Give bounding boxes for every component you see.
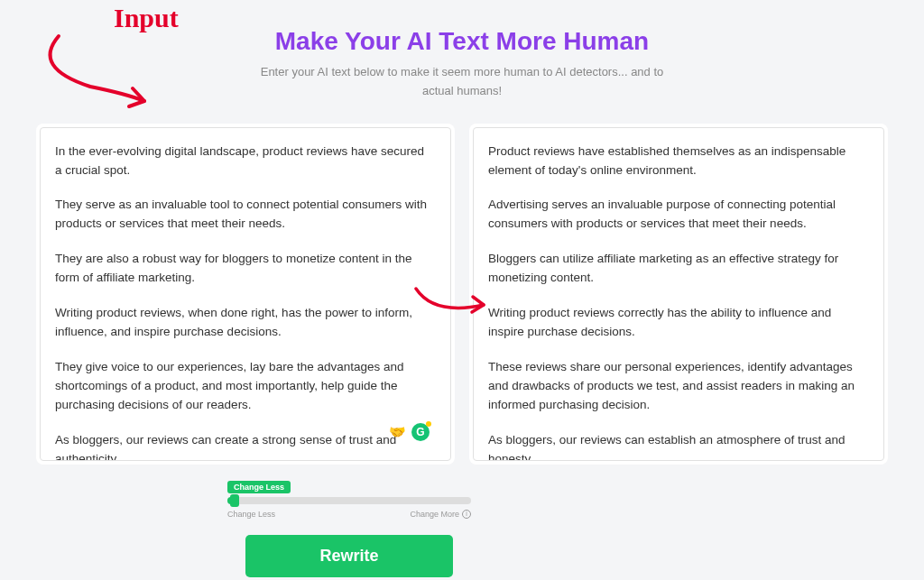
output-paragraph: These reviews share our personal experie… [488, 358, 864, 415]
page-subtitle: Enter your AI text below to make it seem… [245, 63, 679, 101]
output-textarea[interactable]: Product reviews have established themsel… [473, 127, 884, 461]
slider-caption-right: Change More i [410, 510, 471, 519]
slider-caption-left: Change Less [227, 510, 275, 519]
handshake-icon[interactable]: 🤝 [389, 424, 406, 440]
output-panel: Product reviews have established themsel… [469, 124, 888, 465]
header: Make Your AI Text More Human Enter your … [0, 0, 924, 115]
output-paragraph: Writing product reviews correctly has th… [488, 304, 864, 342]
input-paragraph: As bloggers, our reviews can create a st… [55, 431, 430, 461]
input-paragraph: Writing product reviews, when done right… [55, 304, 430, 342]
slider-captions: Change Less Change More i [227, 510, 471, 519]
page-title: Make Your AI Text More Human [0, 27, 924, 56]
rewrite-button[interactable]: Rewrite [245, 535, 453, 577]
change-amount-slider-wrap: Change Less Change Less Change More i [227, 477, 471, 519]
info-icon[interactable]: i [462, 510, 471, 519]
output-paragraph: Advertising serves an invaluable purpose… [488, 196, 864, 234]
output-paragraph: Bloggers can utilize affiliate marketing… [488, 250, 864, 288]
grammarly-icon[interactable]: G [411, 423, 430, 441]
input-textarea[interactable]: In the ever-evolving digital landscape, … [40, 127, 451, 461]
input-paragraph: They are also a robust way for bloggers … [55, 250, 430, 288]
slider-thumb[interactable] [230, 494, 239, 507]
change-amount-slider[interactable] [227, 497, 471, 504]
controls: Change Less Change Less Change More i Re… [0, 477, 924, 577]
input-paragraph: They give voice to our experiences, lay … [55, 358, 430, 415]
output-paragraph: As bloggers, our reviews can establish a… [488, 431, 864, 461]
input-paragraph: In the ever-evolving digital landscape, … [55, 143, 430, 180]
floating-icons: 🤝 G [389, 423, 430, 441]
output-paragraph: Product reviews have established themsel… [488, 143, 864, 180]
input-panel: In the ever-evolving digital landscape, … [36, 124, 455, 465]
slider-badge: Change Less [227, 481, 291, 493]
input-paragraph: They serve as an invaluable tool to conn… [55, 196, 430, 234]
panels-container: In the ever-evolving digital landscape, … [0, 115, 924, 465]
